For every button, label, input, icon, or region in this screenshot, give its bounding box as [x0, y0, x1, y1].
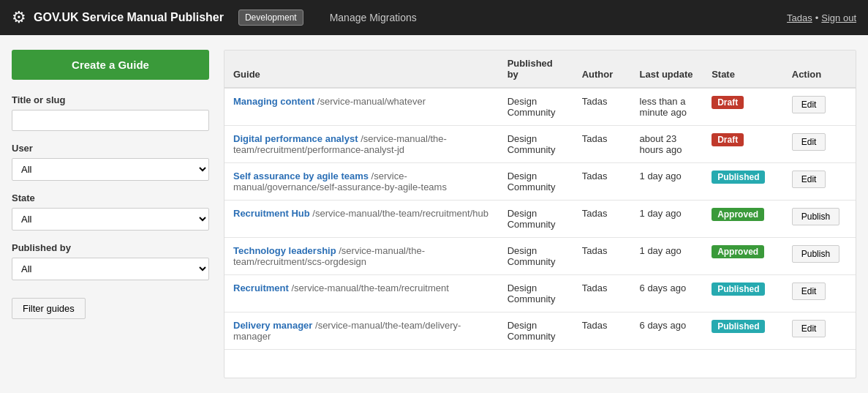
- guide-cell: Self assurance by agile teams /service-m…: [224, 163, 499, 201]
- user-select[interactable]: All: [12, 158, 209, 181]
- table-row: Recruitment /service-manual/the-team/rec…: [224, 275, 856, 312]
- last-update-cell: less than a minute ago: [631, 88, 703, 126]
- state-cell: Draft: [703, 126, 783, 163]
- state-badge: Approved: [712, 208, 764, 221]
- action-button[interactable]: Edit: [792, 133, 826, 151]
- action-button[interactable]: Edit: [792, 282, 826, 300]
- header-user: Tadas • Sign out: [787, 12, 856, 23]
- col-header-state: State: [703, 50, 783, 88]
- user-name-link[interactable]: Tadas: [787, 12, 812, 23]
- col-header-action: Action: [783, 50, 856, 88]
- author-value: Tadas: [582, 96, 608, 107]
- action-button[interactable]: Edit: [792, 96, 826, 113]
- title-input[interactable]: [12, 110, 209, 131]
- published-by-filter-section: Published by All: [12, 242, 209, 280]
- create-guide-button[interactable]: Create a Guide: [12, 50, 209, 80]
- manage-migrations-link[interactable]: Manage Migrations: [330, 12, 417, 23]
- state-cell: Published: [703, 275, 783, 312]
- author-cell: Tadas: [573, 201, 631, 238]
- guide-path: /service-manual/the-team/recruitment/hub: [312, 208, 488, 219]
- last-update-cell: 1 day ago: [631, 201, 703, 238]
- state-badge: Published: [712, 282, 765, 296]
- author-value: Tadas: [582, 282, 608, 293]
- published-by-cell: Design Community: [499, 163, 573, 201]
- published-by-cell: Design Community: [499, 88, 573, 126]
- sidebar: Create a Guide Title or slug User All St…: [12, 50, 209, 378]
- header-nav: Manage Migrations: [330, 12, 787, 23]
- guide-cell: Managing content /service-manual/whateve…: [224, 88, 499, 126]
- table-row: Recruitment Hub /service-manual/the-team…: [224, 201, 856, 238]
- published-by-value: Design Community: [507, 96, 556, 118]
- last-update-cell: 1 day ago: [631, 238, 703, 275]
- col-header-author: Author: [573, 50, 631, 88]
- author-value: Tadas: [582, 171, 608, 181]
- state-badge: Draft: [712, 96, 744, 109]
- published-by-value: Design Community: [507, 171, 556, 192]
- guide-title-link[interactable]: Delivery manager: [233, 320, 312, 331]
- state-cell: Approved: [703, 201, 783, 238]
- guide-cell: Recruitment Hub /service-manual/the-team…: [224, 201, 499, 238]
- user-filter-section: User All: [12, 143, 209, 181]
- author-cell: Tadas: [573, 275, 631, 312]
- title-label: Title or slug: [12, 94, 209, 105]
- author-cell: Tadas: [573, 312, 631, 350]
- action-button[interactable]: Publish: [792, 208, 839, 225]
- state-cell: Draft: [703, 88, 783, 126]
- author-cell: Tadas: [573, 238, 631, 275]
- action-cell: Edit: [783, 312, 856, 350]
- table-row: Digital performance analyst /service-man…: [224, 126, 856, 163]
- user-label: User: [12, 143, 209, 154]
- author-cell: Tadas: [573, 88, 631, 126]
- separator-dot: •: [815, 12, 819, 23]
- state-badge: Draft: [712, 133, 744, 146]
- state-label: State: [12, 192, 209, 203]
- published-by-value: Design Community: [507, 245, 556, 267]
- state-cell: Published: [703, 163, 783, 201]
- action-cell: Edit: [783, 163, 856, 201]
- state-badge: Approved: [712, 245, 764, 258]
- published-by-value: Design Community: [507, 320, 556, 342]
- table-row: Delivery manager /service-manual/the-tea…: [224, 312, 856, 350]
- published-by-select[interactable]: All: [12, 258, 209, 280]
- published-by-cell: Design Community: [499, 238, 573, 275]
- action-button[interactable]: Edit: [792, 171, 826, 188]
- published-by-value: Design Community: [507, 208, 556, 230]
- guide-cell: Digital performance analyst /service-man…: [224, 126, 499, 163]
- sign-out-link[interactable]: Sign out: [821, 12, 856, 23]
- published-by-cell: Design Community: [499, 126, 573, 163]
- author-cell: Tadas: [573, 126, 631, 163]
- published-by-header-text: Published by: [507, 58, 553, 80]
- guide-cell: Technology leadership /service-manual/th…: [224, 238, 499, 275]
- app-title: GOV.UK Service Manual Publisher: [34, 11, 224, 24]
- last-update-header-text: Last update: [640, 69, 693, 80]
- last-update-cell: 6 days ago: [631, 312, 703, 350]
- published-by-label: Published by: [12, 242, 209, 253]
- state-select[interactable]: All: [12, 208, 209, 231]
- state-badge: Published: [712, 171, 765, 184]
- last-update-value: 6 days ago: [640, 320, 687, 331]
- guide-title-link[interactable]: Self assurance by agile teams: [233, 171, 369, 181]
- last-update-cell: 1 day ago: [631, 163, 703, 201]
- published-by-value: Design Community: [507, 133, 556, 155]
- action-cell: Edit: [783, 275, 856, 312]
- action-cell: Edit: [783, 126, 856, 163]
- guide-title-link[interactable]: Digital performance analyst: [233, 133, 358, 144]
- action-button[interactable]: Edit: [792, 320, 826, 337]
- header-logo: ⚙ GOV.UK Service Manual Publisher Develo…: [12, 8, 303, 27]
- guide-title-link[interactable]: Recruitment: [233, 282, 289, 293]
- author-value: Tadas: [582, 245, 608, 256]
- published-by-cell: Design Community: [499, 201, 573, 238]
- author-cell: Tadas: [573, 163, 631, 201]
- table-row: Self assurance by agile teams /service-m…: [224, 163, 856, 201]
- state-cell: Approved: [703, 238, 783, 275]
- col-header-last-update: Last update: [631, 50, 703, 88]
- guide-title-link[interactable]: Recruitment Hub: [233, 208, 310, 219]
- guide-path: /service-manual/the-team/recruitment: [291, 282, 448, 293]
- guide-title-link[interactable]: Technology leadership: [233, 245, 336, 256]
- col-header-published-by: Published by: [499, 50, 573, 88]
- action-button[interactable]: Publish: [792, 245, 839, 263]
- title-filter-section: Title or slug: [12, 94, 209, 131]
- table-header-row: Guide Published by Author Last update St…: [224, 50, 856, 88]
- guide-title-link[interactable]: Managing content: [233, 96, 314, 107]
- filter-guides-button[interactable]: Filter guides: [12, 298, 86, 319]
